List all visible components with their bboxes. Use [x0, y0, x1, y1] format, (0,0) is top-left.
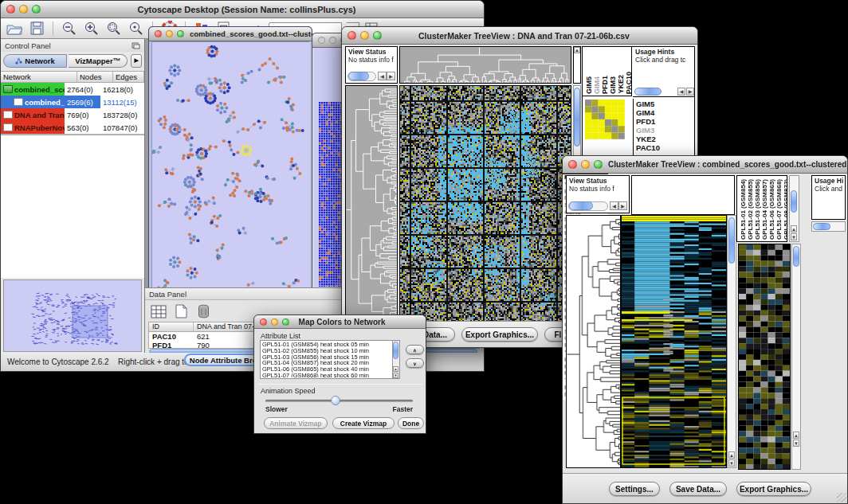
scroll-right-icon: ▶ — [686, 88, 694, 96]
network-row[interactable]: RNAPuberNov2+563(0)107847(0) — [1, 121, 144, 134]
minimize-icon — [271, 318, 278, 326]
column-labels[interactable]: GPL51-01 (GSM854)GPL51-02 (GSM855)GPL51-… — [736, 175, 787, 242]
new-attribute-icon[interactable] — [172, 303, 190, 319]
view-status-panel: View StatusNo status info f ◀ ▶ — [345, 46, 398, 84]
column-label[interactable]: PAC10 — [625, 72, 632, 94]
horizontal-scrollbar[interactable]: ◀ ▶ — [347, 72, 395, 81]
vertical-scrollbar[interactable]: ▲ ▼ — [789, 175, 799, 242]
open-session-icon[interactable] — [6, 21, 23, 37]
tab-overflow-icon[interactable]: ▶ — [131, 54, 142, 68]
column-label[interactable]: YKE2 — [617, 75, 625, 94]
title-bar[interactable]: combined_scores_good.txt--cluste... — [149, 27, 312, 41]
float-panel-icon[interactable] — [132, 42, 140, 49]
column-label[interactable]: GIM5 — [585, 76, 593, 94]
tab-network[interactable]: Network — [3, 54, 67, 68]
resize-grip[interactable] — [837, 493, 846, 502]
column-label[interactable]: GPL51-06 (GSM865) — [768, 179, 775, 240]
heatmap[interactable] — [399, 85, 571, 322]
horizontal-scrollbar[interactable]: ◀ ▶ — [633, 87, 694, 97]
heatmap[interactable] — [622, 215, 727, 468]
column-label[interactable]: GIM3 — [609, 76, 617, 94]
row-label[interactable]: GIM4 — [636, 108, 694, 117]
animate-vizmap-button[interactable]: Animate Vizmap — [264, 417, 328, 429]
row-label[interactable]: PFD1 — [636, 117, 694, 126]
column-dendrogram-area[interactable] — [631, 175, 735, 215]
minimize-icon — [19, 5, 28, 14]
title-bar[interactable]: ClusterMaker TreeView : combined_scores_… — [563, 156, 847, 174]
move-up-button[interactable]: ∧ — [406, 345, 424, 354]
scroll-left-icon[interactable]: ◀ — [378, 72, 387, 80]
title-bar[interactable]: Cytoscape Desktop (Session Name: collins… — [1, 1, 484, 18]
column-label[interactable]: GIM4 — [593, 76, 601, 94]
attribute-select-icon[interactable] — [150, 303, 167, 319]
row-label[interactable]: GIM3 — [636, 126, 694, 135]
control-panel-tabs: Network VizMapper™ ▶ — [1, 52, 144, 69]
scroll-up-icon: ▲ — [791, 225, 797, 232]
network-table-header[interactable]: Network Nodes Edges — [1, 72, 144, 83]
scroll-up-icon: ▲ — [728, 451, 735, 459]
delete-attribute-icon[interactable] — [194, 303, 212, 319]
create-vizmap-button[interactable]: Create Vizmap — [332, 417, 395, 429]
column-label[interactable]: GPL51-07 (GSM868) — [775, 179, 783, 240]
row-label[interactable]: YKE2 — [636, 135, 694, 143]
zoom-in-icon[interactable] — [83, 21, 100, 37]
control-panel: Control Panel Network VizMapper™ ▶ Netwo… — [1, 39, 145, 353]
tree-scroll-strip[interactable]: ▲ — [573, 46, 581, 84]
zoom-icon — [32, 5, 41, 14]
network-row[interactable]: combined_scores2764(0)16218(0) — [1, 83, 144, 96]
zoom-out-icon[interactable] — [61, 21, 78, 37]
horizontal-scrollbar[interactable]: ◀ ▶ — [568, 201, 627, 211]
export-graphics-button[interactable]: Export Graphics... — [736, 482, 811, 496]
network-canvas[interactable] — [152, 42, 310, 291]
save-data-button[interactable]: Save Data... — [669, 482, 727, 496]
title-bar[interactable]: ClusterMaker TreeView : DNA and Tran 07-… — [342, 27, 697, 45]
network-icon — [15, 57, 22, 64]
attribute-listbox[interactable]: GPL51-01 (GSM854) heat shock 05 minGPL51… — [260, 340, 400, 379]
tab-vizmapper[interactable]: VizMapper™ — [69, 54, 128, 68]
horizontal-scrollbar[interactable] — [811, 221, 846, 232]
column-dendrogram[interactable] — [399, 46, 571, 84]
network-row[interactable]: combined_sco2569(6)13112(15) — [1, 96, 144, 108]
column-labels[interactable]: GIM5GIM4PFD1GIM3YKE2PAC10 — [583, 47, 632, 96]
row-label[interactable]: GIM5 — [636, 100, 694, 108]
zoom-icon — [373, 31, 382, 40]
column-label[interactable]: GPL51-08 (GSM872) — [783, 179, 787, 240]
network-row[interactable]: DNA and Tran 07769(0)183728(0) — [1, 108, 144, 121]
row-dendrogram[interactable] — [566, 215, 622, 468]
treeview-button-bar: Settings... Save Data... Export Graphics… — [563, 473, 847, 503]
minimize-icon — [360, 31, 369, 40]
scroll-down-icon: ▼ — [393, 373, 398, 378]
zoom-heatmap[interactable] — [738, 244, 791, 470]
birdseye-view[interactable] — [3, 279, 142, 352]
save-session-icon[interactable] — [28, 21, 45, 37]
scroll-right-icon[interactable]: ▶ — [387, 72, 395, 80]
title-bar[interactable]: Map Colors to Network — [254, 315, 426, 329]
export-graphics-button[interactable]: Export Graphics... — [461, 327, 538, 342]
column-label[interactable]: GPL51-03 (GSM856) — [754, 179, 761, 240]
attribute-item[interactable]: GPL51-07 (GSM868) heat shock 60 min — [262, 373, 391, 377]
row-dendrogram[interactable] — [345, 85, 398, 322]
row-label[interactable]: PAC10 — [636, 143, 694, 152]
file-icon — [3, 111, 13, 119]
similarity-matrix[interactable] — [585, 100, 625, 139]
column-label[interactable]: GPL51-02 (GSM855) — [747, 179, 754, 240]
done-button[interactable]: Done — [398, 417, 424, 429]
scroll-up-icon: ▲ — [393, 366, 398, 372]
zoom-fit-icon[interactable] — [105, 21, 123, 37]
move-down-button[interactable]: ∨ — [406, 358, 424, 368]
network-view-window[interactable]: combined_scores_good.txt--cluste... — [148, 26, 312, 294]
scroll-down-icon: ▼ — [728, 459, 735, 467]
close-icon — [347, 31, 356, 40]
window-controls[interactable] — [6, 5, 41, 14]
settings-button[interactable]: Settings... — [609, 482, 660, 496]
column-label[interactable]: PFD1 — [601, 76, 609, 94]
column-label[interactable]: GPL51-01 (GSM854) — [740, 179, 747, 240]
window-title: combined_scores_good.txt--cluste... — [190, 29, 312, 38]
vertical-scrollbar[interactable]: ▲ ▼ — [392, 341, 399, 378]
column-label[interactable]: GPL51-04 (GSM857) — [761, 179, 768, 240]
vertical-scrollbar[interactable]: ▲ ▼ — [791, 244, 801, 470]
map-colors-dialog: Map Colors to Network Attribute List GPL… — [253, 315, 426, 434]
vertical-scrollbar[interactable]: ▲ ▼ — [727, 215, 736, 468]
zoom-selected-icon[interactable] — [128, 21, 145, 37]
speed-slider-handle[interactable] — [331, 396, 340, 405]
